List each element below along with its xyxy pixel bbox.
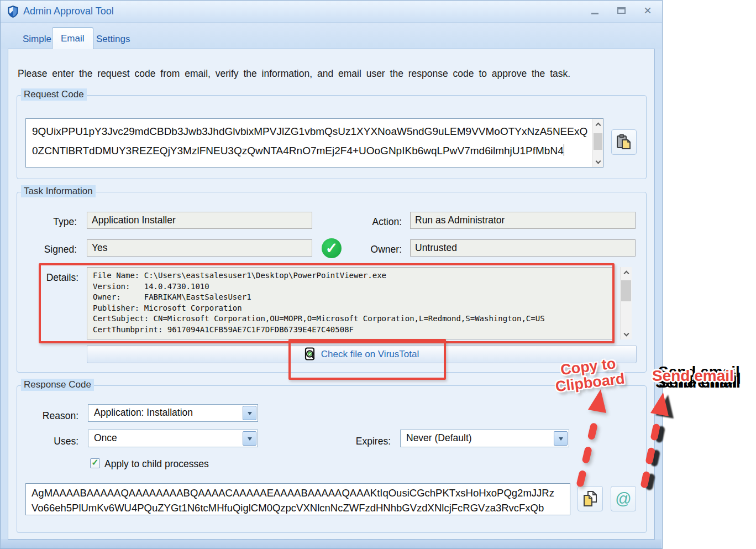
scroll-up-icon[interactable] <box>621 267 632 277</box>
checkmark-icon: ✓ <box>91 457 98 468</box>
chevron-down-icon[interactable] <box>243 406 256 420</box>
owner-value-field: Untrusted <box>410 239 636 257</box>
scrollbar-thumb[interactable] <box>621 280 631 301</box>
request-code-input[interactable]: 9QUixPPU1pY3Jvc29mdCBDb3Jwb3JhdGlvbixMPV… <box>25 118 603 168</box>
type-value-field: Application Installer <box>87 212 312 229</box>
tab-settings[interactable]: Settings <box>88 29 138 49</box>
apply-child-processes-label: Apply to child processes <box>104 458 270 470</box>
virustotal-button-label: Check file on VirusTotal <box>321 349 419 360</box>
file-scan-icon <box>305 347 317 362</box>
chevron-down-icon[interactable] <box>554 431 568 446</box>
text-caret <box>564 144 565 156</box>
instruction-text: Please enter the request code from email… <box>18 68 626 80</box>
close-button[interactable]: × <box>641 4 654 17</box>
expires-select[interactable]: Never (Default) <box>400 430 569 447</box>
at-icon: @ <box>615 490 631 508</box>
details-box: File Name: C:\Users\eastsalesuser1\Deskt… <box>87 267 615 339</box>
owner-label: Owner: <box>341 244 402 255</box>
task-information-group-label: Task Information <box>21 185 96 197</box>
clipboard-paste-icon <box>615 133 633 151</box>
scrollbar-thumb[interactable] <box>594 133 602 150</box>
type-label: Type: <box>27 216 77 228</box>
uses-label: Uses: <box>27 436 78 447</box>
window-title: Admin Approval Tool <box>23 6 114 17</box>
send-email-button[interactable]: @ <box>611 486 636 511</box>
request-code-scrollbar[interactable] <box>592 119 603 167</box>
app-window: Admin Approval Tool × Simple Email Setti… <box>0 0 663 549</box>
tab-email[interactable]: Email <box>52 27 93 49</box>
response-code-line: AgMAAAABAAAAAQAAAAAAAABQAAAACAAAAAEAAAAB… <box>32 485 564 500</box>
action-label: Action: <box>341 216 402 228</box>
email-tab-panel: Please enter the request code from email… <box>8 49 655 540</box>
apply-child-processes-checkbox[interactable]: ✓ <box>90 458 100 468</box>
signed-label: Signed: <box>27 244 77 255</box>
signed-value-field: Yes <box>87 239 312 257</box>
action-value-field: Run as Administrator <box>410 212 636 229</box>
scroll-down-icon[interactable] <box>593 157 603 167</box>
request-code-line: 9QUixPPU1pY3Jvc29mdCBDb3Jwb3JhdGlvbixMPV… <box>32 122 586 141</box>
request-code-line: 0ZCNTlBRTdDMUY3REZEQjY3MzlFNEU3QzQwNTA4R… <box>32 145 564 156</box>
response-code-group-label: Response Code <box>21 379 94 391</box>
screen: { "window": { "title": "Admin Approval T… <box>0 0 756 549</box>
response-code-output[interactable]: AgMAAAABAAAAAQAAAAAAAABQAAAACAAAAAEAAAAB… <box>25 483 570 515</box>
send-email-annotation: Send email <box>652 368 734 384</box>
scroll-down-icon[interactable] <box>621 330 632 339</box>
details-label: Details: <box>27 272 78 284</box>
copy-to-clipboard-button[interactable] <box>578 486 603 511</box>
maximize-button[interactable] <box>615 4 628 17</box>
uses-select[interactable]: Once <box>88 430 258 447</box>
signed-ok-icon: ✓ <box>322 238 342 258</box>
minimize-button[interactable] <box>588 4 601 17</box>
virustotal-button[interactable]: Check file on VirusTotal <box>87 345 637 363</box>
details-scrollbar[interactable] <box>620 267 632 339</box>
title-bar[interactable]: Admin Approval Tool × <box>1 1 662 23</box>
tab-strip: Simple Email Settings <box>1 23 662 49</box>
response-code-line: Vo66eh5PlUmKv6WU4PQuZYGt1N6tcMHfuQiglCM0… <box>32 500 564 515</box>
shield-icon <box>7 5 19 18</box>
expires-label: Expires: <box>334 436 391 447</box>
request-code-group-label: Request Code <box>21 88 87 101</box>
window-bottom-border <box>1 539 662 548</box>
chevron-down-icon[interactable] <box>243 431 256 446</box>
reason-label: Reason: <box>27 410 78 422</box>
copy-icon <box>581 490 599 508</box>
paste-from-clipboard-button[interactable] <box>611 129 637 155</box>
scroll-up-icon[interactable] <box>593 119 603 129</box>
reason-select[interactable]: Application: Installation <box>88 404 258 422</box>
